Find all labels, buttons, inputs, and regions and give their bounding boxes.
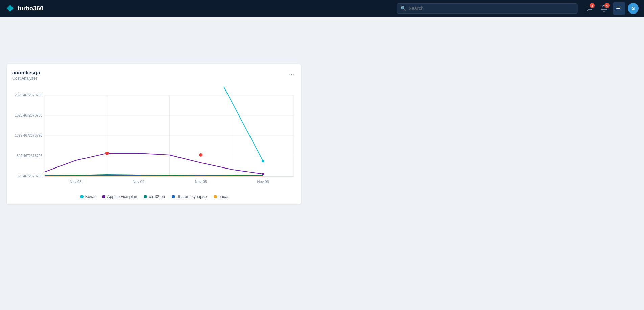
legend-app-service-plan-dot <box>102 195 105 198</box>
svg-point-26 <box>262 173 264 175</box>
card-title-group: anomliesqa Cost Analyzer <box>12 70 40 81</box>
notification-badge: 4 <box>604 3 610 8</box>
menu-icon <box>616 7 622 10</box>
svg-point-24 <box>105 152 109 155</box>
svg-line-22 <box>224 87 263 161</box>
logo-icon <box>5 4 15 13</box>
legend-baqa-dot <box>214 195 217 198</box>
legend-kovai: Kovai <box>80 194 95 199</box>
legend-ca32ph: ca-32-ph <box>144 194 165 199</box>
legend-dharani-synapse-label: dharani-synapse <box>177 194 207 199</box>
search-container: 🔍 <box>397 3 578 14</box>
card-subtitle: Cost Analyzer <box>12 76 40 81</box>
legend-app-service-plan-label: App service plan <box>107 194 137 199</box>
user-avatar[interactable]: S <box>628 3 639 14</box>
svg-text:329.4672378796: 329.4672378796 <box>17 174 42 178</box>
svg-text:1329.4672378796: 1329.4672378796 <box>15 134 43 137</box>
svg-text:Nov 05: Nov 05 <box>195 180 207 184</box>
svg-text:1829.4672378796: 1829.4672378796 <box>15 113 43 117</box>
legend-baqa: baqa <box>214 194 228 199</box>
header-actions: 3 4 S <box>583 2 639 15</box>
chart-area: 2329.4672378796 1829.4672378796 1329.467… <box>12 83 295 191</box>
logo-text: turbo360 <box>18 5 43 12</box>
search-icon: 🔍 <box>400 6 406 11</box>
svg-point-25 <box>199 153 202 157</box>
svg-point-23 <box>262 160 264 162</box>
legend-dharani-synapse-dot <box>172 195 175 198</box>
search-input[interactable] <box>397 3 578 14</box>
chart-legend: Kovai App service plan ca-32-ph dharani-… <box>12 194 295 199</box>
svg-text:829.4672378796: 829.4672378796 <box>17 154 42 158</box>
chat-badge: 3 <box>590 3 595 8</box>
chat-button[interactable]: 3 <box>583 2 595 15</box>
logo: turbo360 <box>5 4 53 13</box>
svg-text:2329.4672378796: 2329.4672378796 <box>15 93 43 97</box>
svg-text:Nov 03: Nov 03 <box>70 180 81 184</box>
main-header: turbo360 🔍 3 4 S <box>0 0 644 17</box>
main-content: anomliesqa Cost Analyzer ... 2329.467237… <box>0 17 644 310</box>
notification-button[interactable]: 4 <box>598 2 610 15</box>
menu-expand-button[interactable] <box>613 2 625 15</box>
legend-baqa-label: baqa <box>219 194 228 199</box>
legend-ca32ph-label: ca-32-ph <box>149 194 165 199</box>
legend-kovai-dot <box>80 195 84 198</box>
card-header: anomliesqa Cost Analyzer ... <box>12 70 295 81</box>
svg-text:Nov 04: Nov 04 <box>133 180 144 184</box>
card-title: anomliesqa <box>12 70 40 75</box>
legend-dharani-synapse: dharani-synapse <box>172 194 207 199</box>
legend-app-service-plan: App service plan <box>102 194 137 199</box>
card-menu-button[interactable]: ... <box>288 70 295 76</box>
svg-text:Nov 06: Nov 06 <box>257 180 269 184</box>
chart-card: anomliesqa Cost Analyzer ... 2329.467237… <box>7 64 301 204</box>
legend-ca32ph-dot <box>144 195 147 198</box>
chart-svg: 2329.4672378796 1829.4672378796 1329.467… <box>12 83 295 191</box>
legend-kovai-label: Kovai <box>85 194 95 199</box>
